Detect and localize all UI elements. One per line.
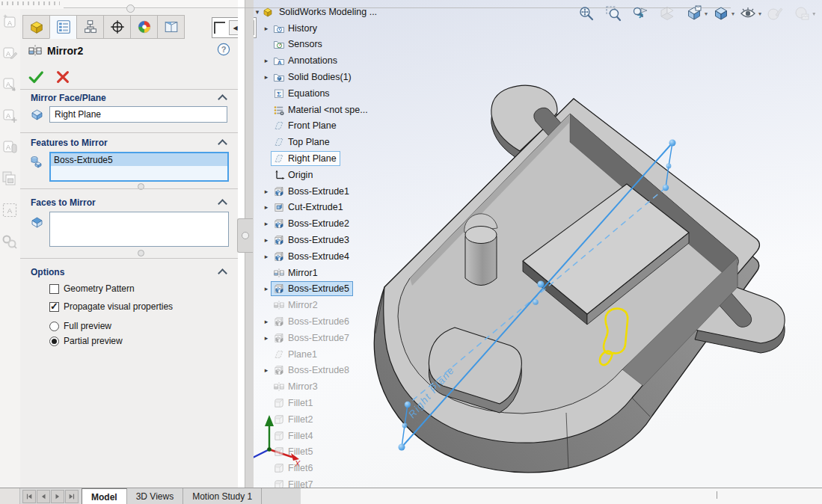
tree-item[interactable]: ▸ Mirror3	[251, 378, 408, 395]
panel-tab[interactable]	[103, 15, 130, 39]
section-features-to-mirror-header[interactable]: Features to Mirror	[31, 138, 108, 148]
anno-move-icon[interactable]: A	[1, 76, 19, 93]
help-icon[interactable]: ?	[217, 43, 230, 56]
tab-nav-button[interactable]	[37, 490, 50, 503]
expand-arrow-icon[interactable]: ▸	[262, 366, 271, 374]
tree-item[interactable]: ▸ Boss-Extrude7	[251, 330, 408, 346]
tree-root-item[interactable]: ▾ SolidWorks Modeling ...	[251, 4, 408, 20]
tree-item[interactable]: ▸ Front Plane	[251, 118, 408, 135]
toolbar-grip[interactable]	[1, 1, 60, 5]
faces-to-mirror-list[interactable]	[49, 212, 229, 247]
collapse-chevron-icon[interactable]	[218, 94, 227, 104]
cancel-button[interactable]	[55, 69, 71, 85]
section-faces-to-mirror-header[interactable]: Faces to Mirror	[31, 197, 96, 208]
tree-item[interactable]: ▸ Boss-Extrude3	[251, 232, 408, 248]
ok-button[interactable]	[28, 69, 44, 85]
tree-item[interactable]: ▸ Fillet6	[251, 460, 408, 476]
dropdown-arrow-icon[interactable]: ▾	[812, 10, 815, 17]
preview-radio-row[interactable]: Partial preview	[49, 335, 123, 347]
panel-tab[interactable]	[49, 15, 76, 39]
collapse-chevron-icon[interactable]	[218, 199, 227, 209]
selected-feature-row[interactable]: Boss-Extrude5	[51, 153, 227, 166]
tree-item[interactable]: ▸ Σ Equations	[251, 85, 408, 102]
tree-item[interactable]: ▸ Material <not spe...	[251, 102, 408, 118]
expand-arrow-icon[interactable]: ▸	[262, 253, 271, 260]
list-resize-handle[interactable]	[138, 250, 144, 256]
anno-chain-icon[interactable]	[1, 233, 19, 251]
view-tool-button[interactable]: ▾	[737, 3, 763, 24]
panel-tab[interactable]	[157, 15, 185, 39]
expand-arrow-icon[interactable]: ▸	[262, 57, 271, 64]
tree-item[interactable]: ▸ Right Plane	[251, 150, 408, 167]
view-tool-button[interactable]: ▾	[576, 3, 601, 24]
option-checkbox-row[interactable]: Propagate visual properties	[49, 301, 173, 313]
collapse-chevron-icon[interactable]	[218, 268, 227, 278]
expand-arrow-icon[interactable]: ▸	[262, 285, 271, 292]
anno-pin-icon[interactable]: A	[1, 138, 19, 156]
document-tab[interactable]: Motion Study 1	[183, 488, 262, 504]
expand-arrow-icon[interactable]: ▸	[262, 236, 271, 244]
tree-item[interactable]: ▸ Boss-Extrude6	[251, 313, 408, 330]
tree-item[interactable]: ▸ Boss-Extrude4	[251, 248, 408, 265]
expand-arrow-icon[interactable]: ▸	[262, 25, 271, 32]
dropdown-arrow-icon[interactable]: ▾	[731, 10, 734, 17]
tree-item[interactable]: ▸ History	[251, 20, 408, 37]
panel-collapse-handle[interactable]	[126, 4, 135, 13]
anno-edit-icon[interactable]: A	[1, 44, 19, 62]
view-tool-button[interactable]: ▾	[657, 3, 682, 24]
preview-radio-row[interactable]: Full preview	[49, 320, 111, 332]
panel-tab[interactable]	[22, 15, 49, 39]
expand-arrow-icon[interactable]: ▸	[262, 220, 271, 227]
collapse-arrow-icon[interactable]: ▾	[253, 8, 262, 16]
features-to-mirror-list[interactable]: Boss-Extrude5	[49, 152, 229, 182]
anno-new-icon[interactable]: A	[1, 13, 19, 31]
anno-add-icon[interactable]: A	[1, 107, 19, 125]
tree-item[interactable]: ▸ Cut-Extrude1	[251, 200, 408, 216]
tab-nav-button[interactable]	[65, 490, 79, 503]
tree-item[interactable]: ▸ Solid Bodies(1)	[251, 69, 408, 85]
checkbox-icon[interactable]	[49, 284, 59, 294]
view-tool-button[interactable]: ▾	[791, 3, 817, 24]
anno-copy-icon[interactable]	[1, 170, 19, 188]
tree-item[interactable]: ▸ Origin	[251, 167, 408, 183]
tree-item[interactable]: ▸ Fillet5	[251, 444, 408, 461]
section-options-header[interactable]: Options	[31, 267, 64, 277]
document-tab[interactable]: Model	[82, 488, 127, 504]
tab-nav-button[interactable]	[51, 490, 64, 503]
tree-item[interactable]: ▸ Fillet7	[251, 476, 408, 488]
expand-arrow-icon[interactable]: ▸	[262, 73, 271, 81]
tree-item[interactable]: ▸ Mirror2	[251, 297, 408, 313]
splitter-handle[interactable]	[237, 218, 253, 253]
tab-nav-button[interactable]	[22, 490, 36, 503]
tree-item[interactable]: ▸ Boss-Extrude5	[251, 281, 408, 298]
expand-arrow-icon[interactable]: ▸	[262, 318, 271, 325]
dropdown-arrow-icon[interactable]: ▾	[705, 10, 708, 17]
section-mirror-face-plane-header[interactable]: Mirror Face/Plane	[31, 93, 106, 103]
tree-item[interactable]: ▸ Plane1	[251, 346, 408, 363]
tree-item[interactable]: ▸ Boss-Extrude1	[251, 183, 408, 200]
view-tool-button[interactable]: ▾	[603, 3, 628, 24]
tree-item[interactable]: ▸ Fillet1	[251, 395, 408, 411]
view-tool-button[interactable]: ▾	[630, 3, 655, 24]
panel-tab[interactable]	[76, 15, 103, 39]
option-checkbox-row[interactable]: Geometry Pattern	[49, 283, 135, 295]
dropdown-arrow-icon[interactable]: ▾	[758, 10, 761, 17]
tree-item[interactable]: ▸ Fillet2	[251, 411, 408, 428]
anno-frame-icon[interactable]: A	[1, 201, 19, 219]
tree-item[interactable]: ▸ Boss-Extrude2	[251, 215, 408, 232]
radio-icon[interactable]	[49, 322, 59, 331]
tree-item[interactable]: ▸ Mirror1	[251, 265, 408, 281]
mirror-plane-field[interactable]: Right Plane	[49, 106, 227, 123]
collapse-chevron-icon[interactable]	[218, 139, 227, 149]
panel-splitter[interactable]	[238, 0, 253, 488]
view-tool-button[interactable]: ▾	[764, 3, 790, 24]
view-tool-button[interactable]: ▾	[711, 3, 736, 24]
expand-arrow-icon[interactable]: ▸	[262, 334, 271, 342]
radio-icon[interactable]	[49, 336, 59, 346]
tree-item[interactable]: ▸ Boss-Extrude8	[251, 363, 408, 379]
panel-tab[interactable]	[130, 15, 157, 39]
view-tool-button[interactable]: ▾	[684, 3, 709, 24]
document-tab[interactable]: 3D Views	[127, 488, 183, 504]
expand-arrow-icon[interactable]: ▸	[262, 203, 271, 211]
tree-item[interactable]: ▸ A Annotations	[251, 52, 408, 69]
